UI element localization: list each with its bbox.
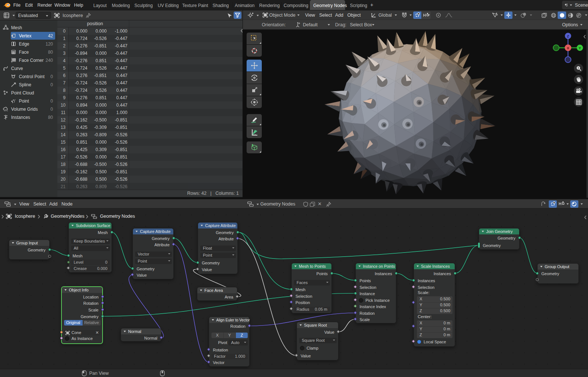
svg-text:Y: Y bbox=[579, 46, 581, 50]
svg-text:X: X bbox=[567, 46, 569, 50]
svg-text:Z: Z bbox=[567, 34, 569, 38]
